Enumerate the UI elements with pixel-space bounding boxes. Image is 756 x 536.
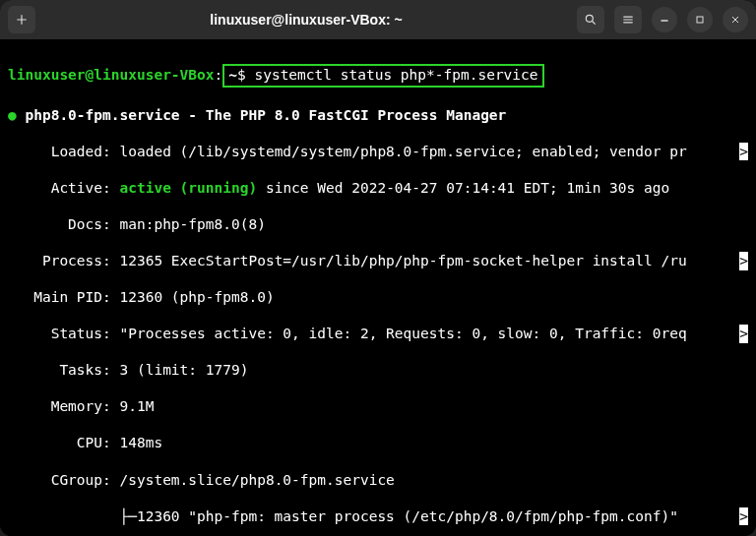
process-value: 12365 ExecStartPost=/usr/lib/php/php-fpm… (111, 253, 687, 268)
command-highlight-box: ~$ systemctl status php*-fpm.service (222, 64, 543, 89)
memory-label: Memory: (8, 398, 111, 414)
titlebar: linuxuser@linuxuser-VBox: ~ (0, 0, 756, 39)
close-button[interactable] (723, 7, 748, 32)
mainpid-value: 12360 (php-fpm8.0) (111, 289, 275, 305)
titlebar-right-controls (577, 6, 748, 33)
overflow-marker: > (739, 507, 748, 526)
loaded-label: Loaded: (8, 144, 111, 159)
titlebar-left-controls (8, 6, 35, 33)
new-tab-button[interactable] (8, 6, 35, 33)
mainpid-label: Main PID: (8, 289, 111, 305)
prompt-colon: : (215, 67, 223, 83)
memory-value: 9.1M (111, 398, 155, 414)
tasks-label: Tasks: (8, 362, 111, 378)
maximize-icon (694, 14, 706, 26)
minimize-button[interactable] (652, 7, 677, 32)
terminal-window: linuxuser@linuxuser-VBox: ~ linuxuser@li… (0, 0, 756, 536)
docs-label: Docs: (8, 216, 111, 232)
tasks-value: 3 (limit: 1779) (111, 362, 249, 378)
active-since: since Wed 2022-04-27 07:14:41 EDT; 1min … (257, 180, 669, 196)
search-button[interactable] (577, 6, 604, 33)
process-label: Process: (8, 253, 111, 268)
status-label: Status: (8, 326, 111, 341)
minimize-icon (659, 14, 670, 26)
status-value: "Processes active: 0, idle: 2, Requests:… (111, 326, 687, 341)
svg-rect-1 (697, 17, 703, 23)
prompt-path: ~ (228, 67, 237, 83)
status-bullet: ● (8, 107, 17, 123)
overflow-marker: > (739, 325, 748, 343)
menu-button[interactable] (614, 6, 642, 33)
prompt-userhost: linuxuser@linuxuser-VBox (8, 67, 215, 83)
loaded-value: loaded (/lib/systemd/system/php8.0-fpm.s… (111, 144, 687, 159)
terminal-body[interactable]: linuxuser@linuxuser-VBox:~$ systemctl st… (0, 39, 756, 536)
hamburger-icon (621, 13, 635, 27)
cgroup-value: /system.slice/php8.0-fpm.service (111, 472, 395, 488)
close-icon (729, 14, 741, 26)
docs-value: man:php-fpm8.0(8) (111, 216, 266, 232)
cpu-value: 148ms (111, 435, 162, 450)
cpu-label: CPU: (8, 435, 111, 450)
maximize-button[interactable] (687, 7, 713, 32)
window-title: linuxuser@linuxuser-VBox: ~ (43, 12, 569, 28)
overflow-marker: > (739, 252, 748, 270)
command-text: systemctl status php*-fpm.service (254, 67, 537, 83)
svg-point-0 (586, 15, 593, 22)
cgroup-proc-1: ├─12360 "php-fpm: master process (/etc/p… (8, 507, 687, 526)
search-icon (584, 13, 598, 27)
overflow-marker: > (739, 143, 748, 161)
prompt-dollar: $ (237, 67, 246, 83)
cgroup-label: CGroup: (8, 472, 111, 488)
active-state: active (running) (120, 180, 258, 196)
plus-icon (15, 13, 29, 27)
active-label: Active: (8, 180, 120, 196)
unit-name: php8.0-fpm.service - The PHP 8.0 FastCGI… (25, 107, 506, 123)
